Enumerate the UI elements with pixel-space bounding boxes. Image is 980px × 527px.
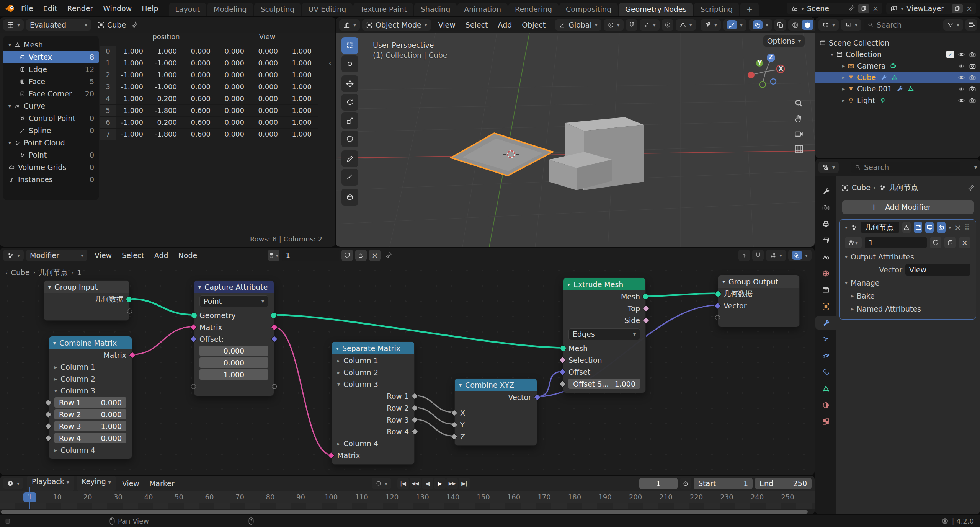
tool-rotate[interactable] (341, 94, 358, 111)
copy-icon[interactable] (944, 237, 956, 248)
node-menu-node[interactable]: Node (173, 248, 203, 263)
node-group-browse-dropdown[interactable]: ▾ (268, 250, 279, 261)
editor-type-node-editor[interactable]: ▾ (3, 250, 24, 261)
go-to-parent-tree-button[interactable] (738, 250, 750, 261)
data-tree-mesh[interactable]: ▾Mesh (3, 39, 99, 51)
pivot-point-dropdown[interactable]: ▾ (604, 19, 624, 31)
timeline-menu-marker[interactable]: Marker (144, 476, 180, 491)
gizmos-dropdown[interactable]: ▾ (723, 19, 746, 31)
viewport-menu-select[interactable]: Select (461, 17, 493, 33)
workspace-tab-texture-paint[interactable]: Texture Paint (353, 3, 413, 16)
tool-scale[interactable] (341, 112, 358, 129)
copy-icon[interactable] (952, 4, 963, 13)
timeline-ruler[interactable]: 1020304050607080901001101201301401501601… (0, 491, 815, 503)
node-panel-column-4[interactable]: ▸Column 4 (49, 444, 132, 456)
gizmo-arrow-icon[interactable] (727, 20, 737, 29)
unlink-icon[interactable]: × (369, 250, 381, 261)
viewport-menu-object[interactable]: Object (517, 17, 550, 33)
close-icon[interactable]: × (954, 223, 961, 232)
eye-icon[interactable] (958, 85, 965, 93)
pin-icon[interactable] (131, 21, 138, 28)
outliner-row-camera[interactable]: ▸Camera (815, 60, 980, 72)
socket-item-input[interactable] (715, 291, 721, 297)
properties-tab-render[interactable] (815, 201, 836, 214)
timeline-menu-keying[interactable]: Keying ▾ (77, 476, 116, 491)
node-menu-select[interactable]: Select (117, 248, 149, 263)
workspace-tab-item[interactable]: + (740, 3, 759, 16)
node-panel-column-2[interactable]: ▸Column 2 (332, 366, 414, 378)
manage-section[interactable]: ▾Manage (840, 276, 976, 289)
auto-keying-toggle[interactable]: ▾ (372, 478, 391, 489)
modifier-extras-dropdown[interactable]: ▾ (949, 224, 951, 230)
node-separate-matrix[interactable]: ▾Separate Matrix▸Column 1▸Column 2▾Colum… (332, 341, 415, 465)
properties-search-input[interactable]: Search (851, 162, 960, 173)
node-value-field[interactable]: 0.000 (199, 346, 268, 356)
timeline-menu-playback[interactable]: Playback ▾ (27, 476, 74, 491)
node-menu-view[interactable]: View (90, 248, 117, 263)
breadcrumb-object[interactable]: Cube (852, 183, 871, 192)
column-group-position[interactable]: position (116, 33, 217, 41)
editor-type-spreadsheet[interactable]: ▾ (3, 19, 24, 31)
node-menu-add[interactable]: Add (149, 248, 173, 263)
transform-orientation-dropdown[interactable]: Global▾ (555, 19, 601, 31)
node-combine-matrix[interactable]: ▾Combine MatrixMatrix▸Column 1▸Column 2▾… (49, 336, 132, 459)
collapse-chevron[interactable]: ▾ (845, 224, 848, 230)
toggle-edit-mode-display[interactable] (902, 222, 911, 233)
properties-tab-texture[interactable] (815, 414, 836, 428)
sidebar-collapse-arrow[interactable]: ‹ (328, 59, 332, 67)
data-tree-volume-grids[interactable]: Volume Grids0 (3, 161, 99, 173)
workspace-tab-uv-editing[interactable]: UV Editing (302, 3, 353, 16)
outliner-row-scene-collection[interactable]: Scene Collection (815, 37, 980, 49)
workspace-tab-geometry-nodes[interactable]: Geometry Nodes (619, 3, 693, 16)
tool-tweak-select[interactable] (341, 37, 358, 54)
properties-tab-collection[interactable] (815, 283, 836, 297)
modifier-name-field[interactable]: 几何节点 (861, 222, 899, 233)
fake-user-shield-icon[interactable] (930, 237, 941, 248)
toggle-realtime-display[interactable] (925, 222, 934, 233)
node-capture-attribute[interactable]: ▾Capture AttributePoint▾GeometryMatrixOf… (194, 280, 274, 396)
node-group-name-field[interactable]: 1 (865, 237, 927, 248)
node-group-name-field[interactable]: 1 (282, 250, 339, 261)
properties-tab-world[interactable] (815, 266, 836, 280)
new-collection-button[interactable] (965, 19, 977, 31)
current-frame-field[interactable]: 1 (639, 478, 678, 489)
outliner-row-collection[interactable]: ▾Collection✓ (815, 49, 980, 60)
node-group-output[interactable]: ▾Group Output几何数据Vector (718, 275, 800, 327)
output-attributes-section[interactable]: ▾Output Attributes (840, 250, 976, 263)
mode-dropdown[interactable]: Object Mode▾ (362, 19, 431, 31)
node-panel-column-1[interactable]: ▸Column 1 (49, 361, 132, 373)
node-panel-column-3[interactable]: ▾Column 3 (49, 385, 132, 396)
column-group-view[interactable]: View (217, 33, 318, 41)
bake-section[interactable]: ▸Bake (840, 289, 976, 302)
node-group-browse-dropdown[interactable]: ▾ (845, 237, 862, 248)
node-enum-dropdown[interactable]: Point▾ (199, 295, 268, 307)
add-modifier-button[interactable]: +Add Modifier (842, 200, 974, 214)
lightdata-icon[interactable] (879, 97, 886, 104)
snapping-dropdown[interactable]: ▾ (640, 19, 660, 31)
socket-item-output[interactable] (126, 296, 132, 302)
node-value-field[interactable]: 0.000 (199, 357, 268, 368)
fake-user-shield-icon[interactable] (341, 250, 353, 261)
camdata-icon[interactable] (890, 62, 897, 69)
snap-toggle[interactable] (752, 250, 764, 261)
tool-transform[interactable] (341, 131, 358, 147)
editor-type-outliner[interactable]: ▾ (818, 19, 839, 31)
node-panel-column-2[interactable]: ▸Column 2 (49, 373, 132, 385)
eye-icon[interactable] (958, 51, 965, 58)
display-mode-dropdown[interactable]: ▾ (841, 19, 861, 31)
editor-type-timeline[interactable]: ▾ (3, 478, 23, 489)
data-tree-control-point[interactable]: Control Point0 (3, 112, 99, 124)
timeline-menu-view[interactable]: View (117, 476, 144, 491)
camera-toggle-icon[interactable] (969, 62, 976, 70)
editor-type-properties[interactable]: ▾ (818, 162, 839, 173)
unlink-icon[interactable]: × (959, 237, 970, 248)
jump-to-start-button[interactable]: |◀ (397, 478, 409, 489)
wrench-icon[interactable] (896, 85, 903, 92)
tool-annotate[interactable] (341, 150, 358, 167)
camera-toggle-icon[interactable] (969, 97, 976, 104)
timeline-scrollbar[interactable] (1, 510, 808, 514)
properties-tab-constraints[interactable] (815, 365, 836, 379)
scene-selector[interactable]: ▾ Scene × (787, 3, 882, 14)
workspace-tab-rendering[interactable]: Rendering (508, 3, 559, 16)
menu-file[interactable]: File (16, 1, 38, 16)
